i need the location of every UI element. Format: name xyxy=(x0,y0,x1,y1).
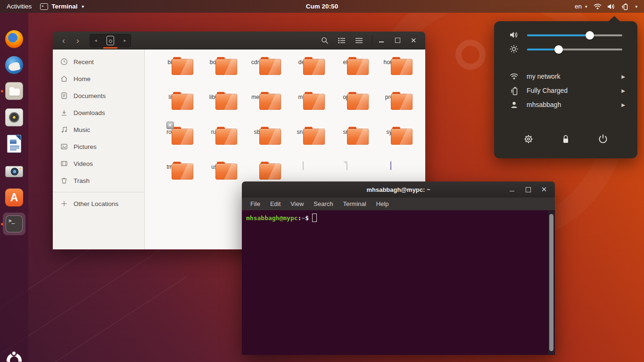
sidebar-item-other-locations[interactable]: Other Locations xyxy=(53,195,144,212)
menu-item-wifi-network[interactable]: my network ▶ xyxy=(494,69,637,83)
sidebar-item-pictures[interactable]: Pictures xyxy=(53,138,144,155)
minimize-button[interactable] xyxy=(375,35,388,46)
grid-item-home[interactable]: home xyxy=(369,57,413,92)
menu-file[interactable]: File xyxy=(250,200,260,207)
dock-item-ubuntu-software[interactable]: A xyxy=(4,187,25,208)
grid-item-media[interactable]: media xyxy=(237,92,281,127)
grid-item-mnt[interactable]: mnt xyxy=(281,92,325,127)
sidebar-item-videos[interactable]: Videos xyxy=(53,155,144,172)
video-icon xyxy=(60,160,68,167)
menu-item-label: Fully Charged xyxy=(527,87,568,94)
menu-search[interactable]: Search xyxy=(314,200,333,207)
grid-item-etc[interactable]: etc xyxy=(325,57,369,92)
user-icon xyxy=(510,101,518,109)
sidebar-item-home[interactable]: Home xyxy=(53,70,144,87)
document-file-icon xyxy=(347,161,347,170)
brightness-slider[interactable] xyxy=(527,45,622,53)
path-scroll-right-icon[interactable]: ▸ xyxy=(121,38,129,43)
path-root-disk-button[interactable] xyxy=(102,34,118,47)
maximize-button[interactable] xyxy=(391,35,404,46)
trash-icon xyxy=(60,177,68,184)
dock-item-thunderbird[interactable] xyxy=(4,55,25,75)
maximize-button[interactable] xyxy=(522,184,534,195)
sidebar-item-trash[interactable]: Trash xyxy=(53,172,144,189)
grid-item-sys[interactable]: sys xyxy=(369,127,413,162)
close-button[interactable]: ✕ xyxy=(407,35,420,46)
view-toggle-button[interactable] xyxy=(335,34,348,47)
grid-item-bin[interactable]: bin xyxy=(149,57,193,92)
menu-edit[interactable]: Edit xyxy=(270,200,281,207)
grid-item-opt[interactable]: opt xyxy=(325,92,369,127)
dock-item-firefox[interactable] xyxy=(4,29,25,49)
home-icon xyxy=(60,75,68,82)
minimize-button[interactable] xyxy=(506,184,518,195)
dock-item-libreoffice-writer[interactable] xyxy=(4,133,25,154)
grid-item-run[interactable]: run xyxy=(193,127,237,162)
search-button[interactable] xyxy=(318,34,331,47)
grid-item-root[interactable]: ✕root xyxy=(149,127,193,162)
grid-item-boot[interactable]: boot xyxy=(193,57,237,92)
dock: A >_ xyxy=(0,13,28,362)
sidebar-item-music[interactable]: Music xyxy=(53,121,144,138)
system-status-area[interactable]: ▾ xyxy=(594,3,637,10)
dock-item-rhythmbox[interactable] xyxy=(4,107,25,128)
app-menu-button[interactable]: > Terminal ▾ xyxy=(40,3,84,10)
files-sidebar: Recent Home Documents Downloads Music xyxy=(53,49,145,249)
sidebar-item-label: Recent xyxy=(74,58,94,66)
menu-help[interactable]: Help xyxy=(376,200,389,207)
dock-item-show-applications[interactable] xyxy=(4,350,25,362)
window-title: mhsabbagh@mypc: ~ xyxy=(366,186,430,193)
grid-item-proc[interactable]: proc xyxy=(369,92,413,127)
keyboard-layout-button[interactable]: en ▾ xyxy=(575,3,587,10)
terminal-title-bar[interactable]: mhsabbagh@mypc: ~ ✕ xyxy=(242,181,555,197)
scrollbar-thumb[interactable] xyxy=(549,214,553,351)
top-bar: Activities > Terminal ▾ Cum 20:50 en ▾ ▾ xyxy=(0,0,644,13)
volume-slider[interactable] xyxy=(527,31,622,39)
dock-item-terminal[interactable]: >_ xyxy=(4,214,25,234)
download-icon xyxy=(60,109,68,116)
grid-item-tmp[interactable]: tmp xyxy=(149,162,193,197)
grid-item-snap[interactable]: snap xyxy=(281,127,325,162)
dock-item-shotwell[interactable] xyxy=(4,161,25,182)
grid-item-sbin[interactable]: sbin xyxy=(237,127,281,162)
menu-terminal[interactable]: Terminal xyxy=(343,200,366,207)
menu-view[interactable]: View xyxy=(290,200,304,207)
ubuntu-software-icon: A xyxy=(5,189,23,206)
grid-item-srv[interactable]: srv xyxy=(325,127,369,162)
terminal-output-area[interactable]: mhsabbagh@mypc:~$ xyxy=(242,210,555,355)
brightness-icon xyxy=(510,45,518,53)
back-button[interactable]: ‹ xyxy=(58,35,69,46)
menu-item-user[interactable]: mhsabbagh ▶ xyxy=(494,98,637,112)
settings-button[interactable] xyxy=(520,131,537,147)
firefox-icon xyxy=(5,30,23,48)
grid-item-cdrom[interactable]: cdrom xyxy=(237,57,281,92)
close-button[interactable]: ✕ xyxy=(538,184,550,195)
activities-button[interactable]: Activities xyxy=(7,3,32,10)
dock-item-files[interactable] xyxy=(4,81,25,101)
power-button[interactable] xyxy=(595,131,611,147)
shotwell-camera-icon xyxy=(5,166,23,177)
header-separator xyxy=(372,35,372,46)
active-location-indicator xyxy=(103,47,117,49)
lock-button[interactable] xyxy=(558,131,574,147)
clock-button[interactable]: Cum 20:50 xyxy=(0,3,644,10)
menu-item-battery[interactable]: Fully Charged ▶ xyxy=(494,83,637,98)
slider-handle[interactable] xyxy=(586,31,594,40)
sidebar-item-label: Home xyxy=(74,75,91,82)
sidebar-item-documents[interactable]: Documents xyxy=(53,87,144,104)
hamburger-menu-icon xyxy=(355,38,363,43)
files-icon xyxy=(5,82,23,100)
sidebar-item-downloads[interactable]: Downloads xyxy=(53,104,144,121)
grid-item-usr[interactable]: usr xyxy=(193,162,237,197)
grid-item-lib64[interactable]: lib64 xyxy=(193,92,237,127)
sidebar-item-recent[interactable]: Recent xyxy=(53,53,144,70)
sidebar-item-label: Pictures xyxy=(74,143,97,150)
app-menu-label: Terminal xyxy=(51,3,77,10)
forward-button[interactable]: › xyxy=(73,35,83,46)
scrollbar-track[interactable] xyxy=(548,211,554,354)
slider-handle[interactable] xyxy=(554,45,563,54)
path-scroll-left-icon[interactable]: ◂ xyxy=(92,38,99,43)
sidebar-item-label: Other Locations xyxy=(74,200,118,207)
grid-item-dev[interactable]: dev xyxy=(281,57,325,92)
menu-button[interactable] xyxy=(352,34,365,47)
